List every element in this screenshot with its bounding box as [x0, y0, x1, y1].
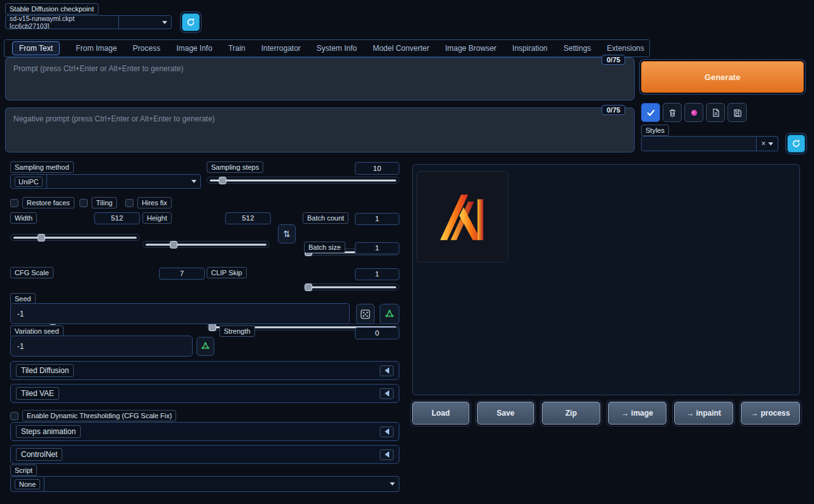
tab-image-browser[interactable]: Image Browser [445, 42, 497, 55]
slider-handle[interactable] [209, 324, 216, 331]
steps-animation-label: Steps animation [16, 425, 81, 438]
hires-fix-option[interactable]: Hires fix [125, 197, 172, 208]
clear-icon[interactable]: × [761, 140, 766, 147]
document-icon [711, 108, 721, 118]
send-to-image-button[interactable]: → image [608, 402, 666, 425]
tiled-vae-accordion[interactable]: Tiled VAE [10, 384, 399, 403]
chevron-down-icon [390, 482, 395, 486]
batch-count-label: Batch count [303, 212, 348, 224]
width-value[interactable] [94, 212, 140, 224]
width-label: Width [10, 212, 37, 224]
expand-accordion-button[interactable] [380, 365, 394, 376]
styles-input[interactable] [641, 136, 757, 151]
chevron-left-icon [385, 428, 389, 435]
extra-networks-button[interactable] [684, 103, 703, 122]
dynamic-thresholding-label: Enable Dynamic Thresholding (CFG Scale F… [22, 410, 176, 421]
apply-style-button[interactable] [706, 103, 725, 122]
expand-accordion-button[interactable] [380, 449, 394, 460]
refresh-checkpoints-button[interactable] [182, 13, 200, 31]
generate-button[interactable]: Generate [641, 61, 804, 93]
checkmark-icon [646, 108, 656, 118]
swap-width-height-button[interactable]: ⇅ [278, 224, 296, 243]
checkpoint-value: sd-v15-runwayml.ckpt [cc6cb27103] [6, 16, 118, 29]
output-image-thumbnail[interactable] [417, 171, 508, 262]
tab-from-image[interactable]: From Image [76, 42, 117, 55]
tab-interrogator[interactable]: Interrogator [261, 42, 301, 55]
width-slider[interactable] [10, 234, 140, 241]
save-style-button[interactable] [728, 103, 747, 122]
steps-animation-accordion[interactable]: Steps animation [10, 422, 399, 441]
height-slider[interactable] [142, 241, 270, 248]
script-dropdown-arrow-area[interactable] [44, 477, 399, 491]
controlnet-label: ControlNet [16, 448, 62, 461]
prompt-input[interactable] [5, 57, 635, 100]
negative-prompt-box [5, 107, 635, 153]
save-button[interactable]: Save [477, 402, 534, 425]
dice-icon [360, 309, 371, 320]
hires-fix-checkbox[interactable] [125, 199, 134, 207]
slider-handle[interactable] [170, 241, 177, 249]
refresh-styles-button[interactable] [787, 135, 805, 153]
tab-train[interactable]: Train [228, 42, 245, 55]
batch-size-value[interactable] [355, 242, 399, 254]
sampler-value: UniPC [15, 177, 43, 187]
tab-extensions[interactable]: Extensions [607, 42, 644, 55]
load-button[interactable]: Load [412, 402, 469, 425]
batch-count-value[interactable] [355, 213, 399, 225]
clear-prompt-button[interactable] [663, 103, 682, 122]
slider-handle[interactable] [305, 283, 312, 291]
tab-image-info[interactable]: Image Info [176, 42, 212, 55]
tab-settings[interactable]: Settings [563, 42, 591, 55]
tiled-diffusion-label: Tiled Diffusion [16, 364, 74, 377]
reuse-variation-seed-button[interactable] [197, 337, 214, 356]
tiling-checkbox[interactable] [79, 199, 88, 207]
tab-model-converter[interactable]: Model Converter [373, 42, 429, 55]
sampling-steps-slider[interactable] [207, 177, 399, 184]
recycle-icon [384, 309, 395, 320]
tab-inspiration[interactable]: Inspiration [513, 42, 548, 55]
reuse-seed-button[interactable] [380, 304, 399, 324]
tiled-vae-label: Tiled VAE [16, 387, 59, 400]
output-gallery-panel [412, 164, 800, 395]
expand-accordion-button[interactable] [380, 388, 394, 399]
tab-from-text[interactable]: From Text [12, 41, 60, 55]
tab-process[interactable]: Process [133, 42, 160, 55]
batch-size-label: Batch size [304, 242, 345, 253]
checkpoint-dropdown[interactable]: sd-v15-runwayml.ckpt [cc6cb27103] [5, 15, 172, 29]
recycle-icon [200, 341, 210, 351]
variation-strength-value[interactable] [355, 327, 399, 339]
zip-button[interactable]: Zip [542, 402, 600, 425]
batch-size-slider[interactable] [304, 283, 399, 290]
sampler-dropdown-arrow-area[interactable] [46, 175, 200, 188]
negative-prompt-input[interactable] [5, 107, 635, 153]
cfg-scale-label: CFG Scale [10, 267, 53, 278]
tab-system-info[interactable]: System Info [317, 42, 357, 55]
script-dropdown[interactable]: None [10, 476, 399, 492]
send-to-inpaint-button[interactable]: → inpaint [674, 402, 733, 425]
sampler-dropdown[interactable]: UniPC [10, 174, 201, 189]
sampling-steps-value[interactable] [355, 162, 399, 175]
random-seed-button[interactable] [356, 304, 375, 324]
send-to-process-button[interactable]: → process [741, 402, 800, 425]
seed-input[interactable] [10, 303, 350, 324]
controlnet-accordion[interactable]: ControlNet [10, 445, 399, 464]
restore-faces-checkbox[interactable] [10, 199, 18, 207]
tiling-option[interactable]: Tiling [79, 197, 117, 208]
cfg-scale-value[interactable] [159, 268, 205, 280]
chevron-down-icon [191, 180, 197, 183]
dynamic-thresholding-option[interactable]: Enable Dynamic Thresholding (CFG Scale F… [10, 410, 176, 421]
sampling-steps-label: Sampling steps [207, 161, 263, 173]
paste-generation-params-button[interactable] [641, 103, 660, 122]
checkpoint-dropdown-arrow-area[interactable] [118, 16, 171, 29]
tiled-diffusion-accordion[interactable]: Tiled Diffusion [10, 361, 399, 380]
restore-faces-option[interactable]: Restore faces [10, 197, 74, 208]
dynamic-thresholding-checkbox[interactable] [10, 412, 18, 420]
checkpoint-label: Stable Diffusion checkpoint [5, 3, 99, 15]
clip-skip-value[interactable] [355, 268, 399, 280]
slider-handle[interactable] [219, 177, 226, 184]
slider-handle[interactable] [38, 234, 45, 242]
styles-dropdown-controls[interactable]: × [757, 136, 778, 151]
expand-accordion-button[interactable] [380, 426, 394, 437]
variation-seed-input[interactable] [10, 336, 193, 357]
height-value[interactable] [225, 212, 271, 224]
